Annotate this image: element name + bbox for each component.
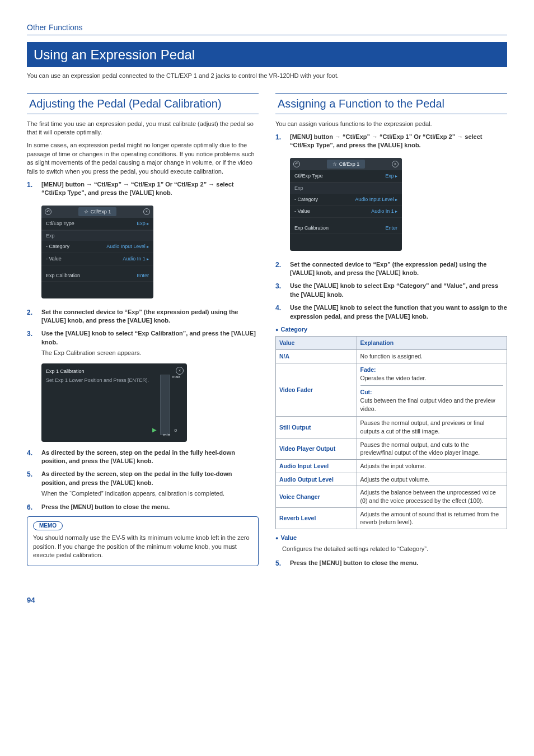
back-icon: ↶ [293,161,300,167]
step-text: As directed by the screen, step on the p… [41,470,232,486]
close-icon: × [392,161,399,167]
ss-section: Exp [41,230,153,241]
category-table: Value Explanation N/ANo function is assi… [275,336,507,529]
cell-value: Video Fader [276,363,357,416]
left-step2: 2. Set the connected device to “Exp” (th… [27,308,259,325]
right-step5: 5. Press the [MENU] button to close the … [275,559,507,568]
step-number: 4. [275,304,285,321]
page-number: 94 [27,595,507,605]
step-text: Set the connected device to “Exp” (the e… [41,309,238,324]
ss-row: Ctl/Exp TypeExp [290,170,402,183]
step-number: 2. [275,260,285,278]
right-column: Assigning a Function to the Pedal You ca… [275,93,507,573]
table-row: Audio Output LevelAdjusts the output vol… [276,473,507,486]
memo-box: MEMO You should normally use the EV-5 wi… [27,516,259,566]
tab-ctlexp1: ☆Ctl/Exp 1 [78,207,117,217]
step-text: Use the [VALUE] knob to select Exp “Cate… [290,282,498,297]
right-p1: You can assign various functions to the … [275,120,507,128]
screenshot-ctlexp-right: ↶ ☆Ctl/Exp 1 × Ctl/Exp TypeExpExp- Categ… [290,158,402,251]
right-step4: 4. Use the [VALUE] knob to select the fu… [275,304,507,321]
step-number: 5. [27,470,37,498]
cell-explanation: No function is assigned. [357,350,507,363]
ss-row: - CategoryAudio Input Level [290,194,402,206]
ss-section: Exp [290,183,402,194]
step-text: Use the [VALUE] knob to select the funct… [290,304,507,319]
th-value: Value [276,337,357,350]
step-note: The Exp Calibration screen appears. [41,349,259,357]
calib-title: Exp 1 Calibration [46,368,182,375]
cell-explanation: Pauses the normal output, and previews o… [357,417,507,438]
tab-ctlexp1: ☆Ctl/Exp 1 [327,160,366,169]
step-text: Use the [VALUE] knob to select “Exp Cali… [41,330,256,345]
step-number: 2. [27,308,37,325]
section-title-left: Adjusting the Pedal (Pedal Calibration) [27,93,259,114]
cell-explanation: Adjusts the input volume. [357,460,507,473]
table-row: Video FaderFade:Operates the video fader… [276,363,507,416]
table-row: Video Player OutputPauses the normal out… [276,438,507,459]
right-step2: 2. Set the connected device to “Exp” (th… [275,260,507,278]
cell-explanation: Adjusts the amount of sound that is retu… [357,507,507,529]
step-number: 3. [27,329,37,357]
th-explanation: Explanation [357,337,507,350]
category-heading: Category [275,325,507,334]
step-text: Press the [MENU] button to close the men… [290,559,418,566]
ss-row: Exp CalibrationEnter [290,222,402,235]
value-body: Configures the detailed settings related… [282,545,507,553]
table-row: Voice ChangerAdjusts the balance between… [276,486,507,507]
memo-text: You should normally use the EV-5 with it… [33,534,252,559]
right-step1: 1. [MENU] button → “Ctl/Exp” → “Ctl/Exp … [275,133,507,150]
step-text: Set the connected device to “Exp” (the e… [290,261,486,276]
label-zero: 0 [175,427,177,433]
label-max: max [172,374,180,380]
ss-row: - ValueAudio In 1 [41,253,153,265]
breadcrumb: Other Functions [27,22,507,35]
left-step4: 4. As directed by the screen, step on th… [27,449,259,466]
cell-explanation: Adjusts the output volume. [357,473,507,486]
step-note: When the “Completed” indication appears,… [41,489,259,498]
table-row: N/ANo function is assigned. [276,350,507,363]
value-heading: Value [275,534,507,542]
left-p1: The first time you use an expression ped… [27,120,259,137]
cell-value: Reverb Level [276,507,357,529]
ss-row: - ValueAudio In 1 [290,206,402,218]
back-icon: ↶ [45,208,51,215]
screenshot-calibration: × Exp 1 Calibration Set Exp 1 Lower Posi… [41,363,187,442]
close-icon: × [143,208,150,215]
step-text: [MENU] button → “Ctl/Exp” → “Ctl/Exp 1” … [290,133,482,148]
cell-value: N/A [276,350,357,363]
intro-text: You can use an expression pedal connecte… [27,72,507,80]
step-number: 1. [27,180,37,198]
main-title: Using an Expression Pedal [27,42,507,68]
ss-row: Ctl/Exp TypeExp [41,218,153,230]
step-number: 1. [275,133,285,150]
cell-explanation: Fade:Operates the video fader.Cut:Cuts b… [357,363,507,416]
cell-explanation: Adjusts the balance between the unproces… [357,486,507,507]
step-number: 3. [275,282,285,299]
memo-label: MEMO [33,521,63,530]
calib-bar [160,375,170,435]
cell-value: Video Player Output [276,438,357,459]
cell-value: Still Output [276,417,357,438]
step-text: Press the [MENU] button to close the men… [41,503,170,510]
label-min: min [163,432,170,438]
left-step1: 1. [MENU] button → “Ctl/Exp” → “Ctl/Exp … [27,180,259,198]
ss-row: - CategoryAudio Input Level [41,241,153,253]
ss-row: Exp CalibrationEnter [41,270,153,282]
left-step6: 6. Press the [MENU] button to close the … [27,503,259,512]
cell-explanation: Pauses the normal output, and cuts to th… [357,438,507,459]
left-step5: 5. As directed by the screen, step on th… [27,470,259,498]
table-row: Audio Input LevelAdjusts the input volum… [276,460,507,473]
right-step3: 3. Use the [VALUE] knob to select Exp “C… [275,282,507,299]
step-text: As directed by the screen, step on the p… [41,449,235,464]
cell-value: Voice Changer [276,486,357,507]
step-number: 6. [27,503,37,512]
table-row: Reverb LevelAdjusts the amount of sound … [276,507,507,529]
play-icon: ▶ [152,426,157,434]
table-row: Still OutputPauses the normal output, an… [276,417,507,438]
step-number: 5. [275,559,285,568]
left-step3: 3. Use the [VALUE] knob to select “Exp C… [27,329,259,357]
left-p2: In some cases, an expression pedal might… [27,141,259,176]
cell-value: Audio Output Level [276,473,357,486]
step-text: [MENU] button → “Ctl/Exp” → “Ctl/Exp 1” … [41,181,233,196]
left-column: Adjusting the Pedal (Pedal Calibration) … [27,93,259,573]
